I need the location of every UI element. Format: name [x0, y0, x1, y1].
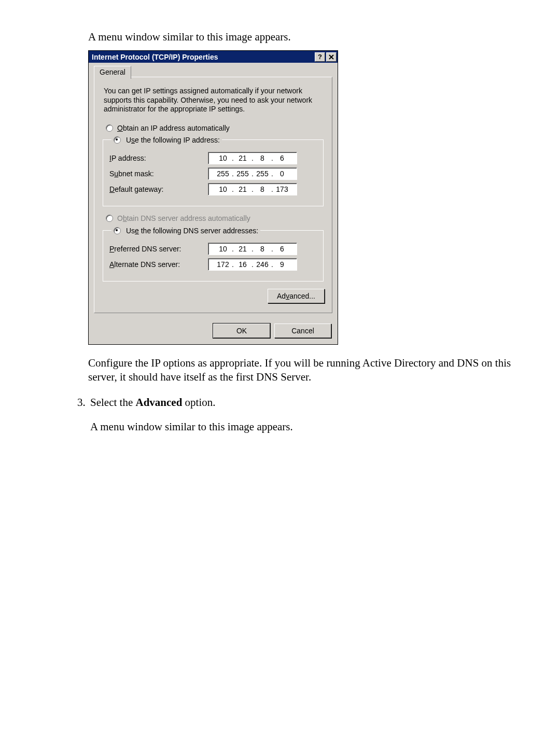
radio-label: Use the following DNS server addresses:: [126, 227, 258, 235]
radio-icon: [114, 227, 121, 234]
radio-icon: [106, 124, 113, 132]
label-default-gateway: Default gateway:: [109, 185, 208, 194]
label-ip-address: IP address:: [109, 153, 208, 163]
radio-icon: [114, 136, 121, 144]
advanced-button[interactable]: Advanced...: [268, 289, 325, 303]
close-icon[interactable]: [326, 52, 337, 62]
dialog-description: You can get IP settings assigned automat…: [104, 87, 323, 114]
input-preferred-dns[interactable]: 10. 21. 8. 6: [208, 243, 297, 255]
after-step3-text: A menu window similar to this image appe…: [90, 420, 529, 433]
tab-general[interactable]: General: [94, 66, 131, 79]
input-alternate-dns[interactable]: 172. 16. 246. 9: [208, 258, 297, 271]
help-icon[interactable]: ?: [315, 52, 325, 62]
intro-text: A menu window similar to this image appe…: [88, 30, 529, 44]
after-dialog-text: Configure the IP options as appropriate.…: [88, 356, 529, 385]
label-preferred-dns: Preferred DNS server:: [109, 244, 208, 254]
row-alternate-dns: Alternate DNS server: 172. 16. 246. 9: [109, 258, 317, 271]
titlebar[interactable]: Internet Protocol (TCP/IP) Properties ?: [89, 51, 338, 63]
radio-label: Obtain DNS server address automatically: [117, 214, 250, 223]
radio-label: Use the following IP address:: [126, 136, 220, 144]
list-item: Select the Advanced option. A menu windo…: [88, 396, 529, 433]
radio-icon: [106, 215, 113, 222]
radio-obtain-ip-auto[interactable]: Obtain an IP address automatically: [106, 123, 325, 133]
ok-button[interactable]: OK: [213, 324, 270, 338]
cancel-button[interactable]: Cancel: [274, 324, 331, 338]
group-use-following-dns: Use the following DNS server addresses: …: [103, 226, 324, 282]
row-subnet-mask: Subnet mask: 255. 255. 255. 0: [109, 167, 317, 180]
group-use-following-ip: Use the following IP address: IP address…: [103, 135, 324, 206]
row-default-gateway: Default gateway: 10. 21. 8. 173: [109, 183, 317, 195]
tab-panel-general: You can get IP settings assigned automat…: [94, 77, 332, 313]
tcpip-properties-dialog: Internet Protocol (TCP/IP) Properties ? …: [88, 50, 338, 345]
radio-obtain-dns-auto: Obtain DNS server address automatically: [106, 214, 325, 223]
dialog-title: Internet Protocol (TCP/IP) Properties: [92, 52, 314, 62]
radio-use-following-dns[interactable]: Use the following DNS server addresses:: [111, 226, 260, 235]
label-subnet-mask: Subnet mask:: [109, 169, 208, 178]
radio-use-following-ip[interactable]: Use the following IP address:: [111, 135, 222, 145]
row-preferred-dns: Preferred DNS server: 10. 21. 8. 6: [109, 243, 317, 255]
input-ip-address[interactable]: 10. 21. 8. 6: [208, 152, 297, 164]
radio-label: Obtain an IP address automatically: [117, 123, 230, 133]
instruction-list: Select the Advanced option. A menu windo…: [73, 396, 560, 433]
input-subnet-mask[interactable]: 255. 255. 255. 0: [208, 167, 297, 180]
input-default-gateway[interactable]: 10. 21. 8. 173: [208, 183, 297, 195]
row-ip-address: IP address: 10. 21. 8. 6: [109, 152, 317, 164]
label-alternate-dns: Alternate DNS server:: [109, 260, 208, 269]
